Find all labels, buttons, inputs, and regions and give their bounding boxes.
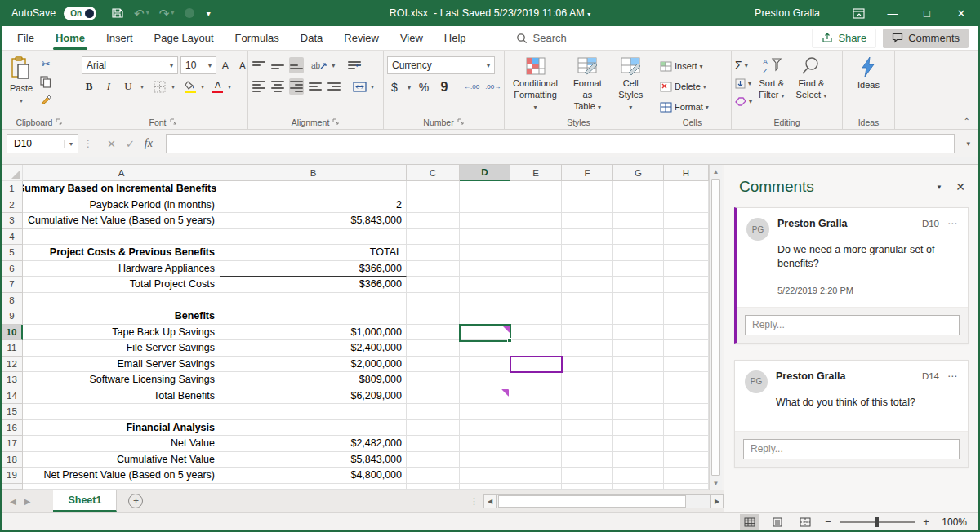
font-name-select[interactable]: Arial▾ (82, 56, 178, 74)
row-header-10[interactable]: 10 (2, 325, 23, 341)
comment-card-d10[interactable]: PGPreston GrallaD10⋯Do we need a more gr… (734, 207, 969, 344)
cell-h12[interactable] (664, 357, 709, 373)
cell-g14[interactable] (613, 388, 664, 405)
collapse-ribbon-icon[interactable]: ⌃ (964, 117, 970, 126)
cell-h8[interactable] (664, 293, 709, 309)
format-painter-icon[interactable] (39, 93, 52, 106)
cell-b9[interactable] (220, 308, 407, 325)
clear-button[interactable]: ▾ (735, 93, 752, 109)
format-cells-button[interactable]: Format▾ (660, 98, 709, 116)
cell-b14[interactable]: $6,209,000 (220, 388, 407, 405)
cell-g11[interactable] (613, 340, 664, 357)
row-header-2[interactable]: 2 (2, 197, 23, 214)
cell-c14[interactable] (407, 388, 460, 405)
font-color-icon[interactable]: A (212, 81, 223, 93)
cell-c2[interactable] (407, 197, 460, 214)
cell-h18[interactable] (664, 452, 709, 468)
cell-e8[interactable] (510, 293, 562, 309)
col-header-h[interactable]: H (664, 165, 709, 181)
row-header-1[interactable]: 1 (2, 181, 23, 197)
formula-input[interactable] (166, 134, 956, 153)
cell-c20[interactable] (407, 484, 460, 490)
cell-f5[interactable] (562, 245, 613, 261)
merge-center-icon[interactable] (352, 78, 367, 95)
comments-button[interactable]: Comments (883, 29, 969, 48)
cell-f10[interactable] (562, 325, 613, 341)
hscroll-left-icon[interactable]: ◀ (483, 494, 497, 508)
font-dialog-launcher-icon[interactable] (170, 118, 177, 126)
cell-e4[interactable] (510, 229, 562, 246)
cell-g20[interactable] (613, 484, 664, 490)
cell-d11[interactable] (460, 340, 510, 357)
cell-b16[interactable] (220, 420, 407, 437)
conditional-formatting-button[interactable]: ConditionalFormatting ▾ (508, 54, 563, 114)
col-header-d[interactable]: D (460, 165, 510, 181)
cell-b7[interactable]: $366,000 (220, 277, 407, 293)
cell-a18[interactable]: Cumulative Net Value (23, 452, 220, 468)
comment-more-icon[interactable]: ⋯ (947, 370, 958, 382)
autosave-toggle[interactable]: On (64, 7, 96, 20)
cell-e19[interactable] (510, 468, 562, 484)
cell-h17[interactable] (664, 436, 709, 452)
cell-f18[interactable] (562, 452, 613, 468)
cell-c6[interactable] (407, 261, 460, 277)
cell-b5[interactable]: TOTAL (220, 245, 407, 261)
tab-formulas[interactable]: Formulas (225, 26, 290, 51)
autosum-button[interactable]: Σ▾ (735, 57, 752, 73)
cell-e11[interactable] (510, 340, 562, 357)
cell-c4[interactable] (407, 229, 460, 246)
cell-h20[interactable] (664, 484, 709, 490)
cell-e3[interactable] (510, 213, 562, 229)
cell-h13[interactable] (664, 372, 709, 388)
sort-filter-button[interactable]: AZ Sort &Filter ▾ (754, 55, 790, 104)
tab-home[interactable]: Home (45, 26, 96, 51)
comment-card-d14[interactable]: PGPreston GrallaD14⋯What do you think of… (734, 360, 969, 468)
cell-d13[interactable] (460, 372, 510, 388)
close-button[interactable]: ✕ (944, 0, 978, 26)
cell-f9[interactable] (562, 308, 613, 325)
cell-b20[interactable] (220, 484, 407, 490)
cell-e7[interactable] (510, 277, 562, 293)
cell-g12[interactable] (613, 357, 664, 373)
cell-f6[interactable] (562, 261, 613, 277)
cell-f15[interactable] (562, 404, 613, 420)
cell-c16[interactable] (407, 420, 460, 437)
cell-b17[interactable]: $2,482,000 (220, 436, 407, 452)
row-header-19[interactable]: 19 (2, 468, 23, 484)
share-button[interactable]: Share (812, 29, 876, 48)
cell-g8[interactable] (613, 293, 664, 309)
maximize-button[interactable]: □ (910, 0, 944, 26)
cell-e6[interactable] (510, 261, 562, 277)
increase-font-icon[interactable]: Aˆ (219, 57, 234, 73)
cell-g10[interactable] (613, 325, 664, 341)
decrease-decimal-icon[interactable]: .00→ (485, 84, 501, 91)
horizontal-scroll-thumb[interactable] (498, 495, 686, 508)
cell-f12[interactable] (562, 357, 613, 373)
cell-b3[interactable]: $5,843,000 (220, 213, 407, 229)
cell-g13[interactable] (613, 372, 664, 388)
align-center-icon[interactable] (270, 78, 285, 95)
zoom-level[interactable]: 100% (939, 516, 967, 528)
cell-f4[interactable] (562, 229, 613, 246)
zoom-slider[interactable] (840, 521, 915, 523)
cell-b18[interactable]: $5,843,000 (220, 452, 407, 468)
cell-h15[interactable] (664, 404, 709, 420)
row-header-5[interactable]: 5 (2, 245, 23, 261)
cell-c8[interactable] (407, 293, 460, 309)
row-header-9[interactable]: 9 (2, 308, 23, 325)
cell-c7[interactable] (407, 277, 460, 293)
cell-e13[interactable] (510, 372, 562, 388)
search-box[interactable]: Search (516, 32, 567, 44)
reply-input[interactable] (743, 439, 960, 459)
paste-button[interactable]: Paste ▾ (5, 54, 38, 108)
select-all-corner[interactable] (2, 165, 23, 181)
cell-c17[interactable] (407, 436, 460, 452)
row-header-15[interactable]: 15 (2, 404, 23, 420)
cell-h7[interactable] (664, 277, 709, 293)
vertical-scrollbar[interactable]: ▲ ▼ (709, 165, 722, 490)
insert-cells-button[interactable]: Insert▾ (660, 57, 703, 75)
cell-g6[interactable] (613, 261, 664, 277)
format-as-table-button[interactable]: Format asTable ▾ (564, 54, 611, 114)
cell-d19[interactable] (460, 468, 510, 484)
bold-button[interactable]: B (82, 78, 96, 95)
